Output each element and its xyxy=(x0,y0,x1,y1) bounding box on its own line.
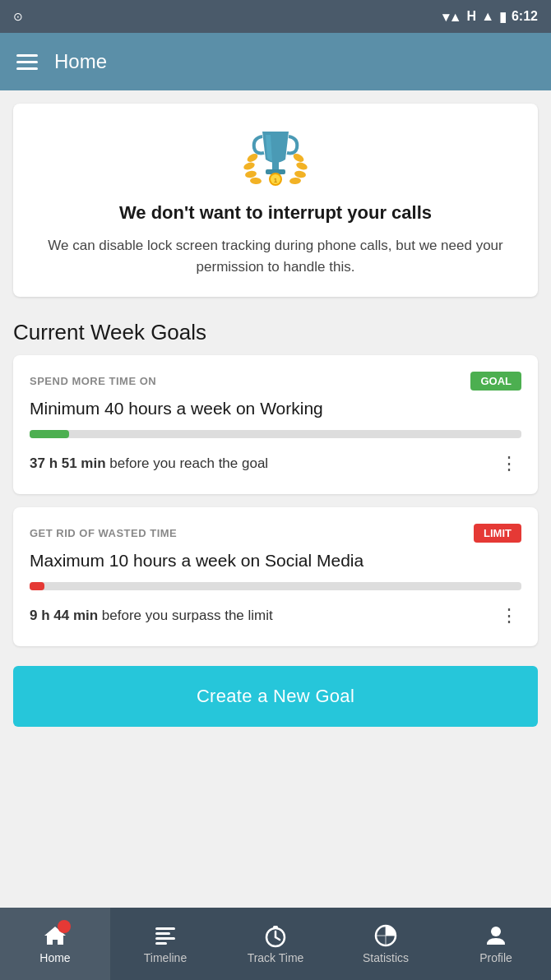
goal-type-label-0: SPEND MORE TIME ON xyxy=(30,375,156,387)
nav-item-home[interactable]: Home xyxy=(0,908,110,980)
goal-badge-1: LIMIT xyxy=(474,524,521,543)
create-goal-button[interactable]: Create a New Goal xyxy=(13,666,538,727)
progress-bar-fill-0 xyxy=(30,430,69,438)
svg-point-2 xyxy=(244,170,257,178)
trophy-icon: 1 xyxy=(243,123,308,189)
nav-label-timeline: Timeline xyxy=(144,951,187,964)
more-options-0[interactable]: ⋮ xyxy=(497,450,521,478)
nav-label-profile: Profile xyxy=(479,951,512,964)
progress-bar-bg-0 xyxy=(30,430,521,438)
progress-bar-bg-1 xyxy=(30,582,521,590)
clock-icon: ⊙ xyxy=(13,10,23,23)
goal-card-1-header: GET RID OF WASTED TIME LIMIT xyxy=(30,524,521,543)
status-left: ⊙ xyxy=(13,10,23,23)
svg-point-6 xyxy=(294,170,306,178)
nav-label-tracktime: Track Time xyxy=(248,951,304,964)
status-bar: ⊙ ▾▲ H ▲ ▮ 6:12 xyxy=(0,0,551,33)
tracktime-icon xyxy=(263,923,288,948)
home-notification-badge xyxy=(58,920,71,933)
svg-point-5 xyxy=(295,161,308,171)
status-time: 6:12 xyxy=(512,9,538,24)
profile-icon xyxy=(484,923,508,948)
main-content: 1 We don't want to interrupt your calls … xyxy=(0,104,551,822)
svg-point-1 xyxy=(243,161,256,171)
goal-time-0: 37 h 51 min before you reach the goal xyxy=(30,455,268,472)
nav-item-profile[interactable]: Profile xyxy=(441,908,551,980)
goal-footer-1: 9 h 44 min before you surpass the limit … xyxy=(30,602,521,630)
svg-line-19 xyxy=(276,937,280,940)
notification-card: 1 We don't want to interrupt your calls … xyxy=(13,104,538,297)
timeline-icon xyxy=(153,923,178,948)
svg-rect-13 xyxy=(155,927,175,930)
goal-description-0: Minimum 40 hours a week on Working xyxy=(30,399,521,418)
nav-label-statistics: Statistics xyxy=(363,951,409,964)
nav-item-timeline[interactable]: Timeline xyxy=(110,908,220,980)
bottom-nav: Home Timeline Track Time xyxy=(0,908,551,980)
more-options-1[interactable]: ⋮ xyxy=(497,602,521,630)
notification-title: We don't want to interrupt your calls xyxy=(30,202,521,224)
svg-point-7 xyxy=(289,177,302,184)
statistics-icon xyxy=(373,923,398,948)
goal-description-1: Maximum 10 hours a week on Social Media xyxy=(30,551,521,571)
svg-rect-15 xyxy=(155,937,175,940)
home-icon xyxy=(43,923,67,948)
svg-rect-20 xyxy=(273,926,278,928)
app-title: Home xyxy=(54,50,107,73)
wifi-icon: ▾▲ xyxy=(442,9,462,25)
goal-card-0: SPEND MORE TIME ON GOAL Minimum 40 hours… xyxy=(13,355,538,494)
progress-bar-fill-1 xyxy=(30,582,44,590)
nav-item-statistics[interactable]: Statistics xyxy=(331,908,441,980)
app-bar: Home xyxy=(0,33,551,90)
svg-rect-16 xyxy=(155,942,167,945)
hamburger-menu[interactable] xyxy=(16,54,38,70)
status-right: ▾▲ H ▲ ▮ 6:12 xyxy=(442,9,538,25)
goal-footer-0: 37 h 51 min before you reach the goal ⋮ xyxy=(30,450,521,478)
h-indicator: H xyxy=(467,9,477,24)
svg-point-24 xyxy=(491,927,501,936)
goal-time-1: 9 h 44 min before you surpass the limit xyxy=(30,608,273,624)
section-title: Current Week Goals xyxy=(0,307,551,355)
goal-badge-0: GOAL xyxy=(470,372,521,391)
svg-rect-8 xyxy=(272,159,279,169)
goal-card-0-header: SPEND MORE TIME ON GOAL xyxy=(30,372,521,391)
goal-type-label-1: GET RID OF WASTED TIME xyxy=(30,527,177,539)
goal-card-1: GET RID OF WASTED TIME LIMIT Maximum 10 … xyxy=(13,507,538,646)
svg-text:1: 1 xyxy=(274,177,278,184)
nav-label-home: Home xyxy=(39,951,70,964)
svg-rect-14 xyxy=(155,932,170,935)
signal-icon: ▲ xyxy=(481,9,494,24)
create-btn-wrap: Create a New Goal xyxy=(0,659,551,740)
battery-icon: ▮ xyxy=(499,9,507,25)
nav-item-tracktime[interactable]: Track Time xyxy=(220,908,331,980)
notification-body: We can disable lock screen tracking duri… xyxy=(30,235,521,277)
svg-point-3 xyxy=(250,177,262,184)
